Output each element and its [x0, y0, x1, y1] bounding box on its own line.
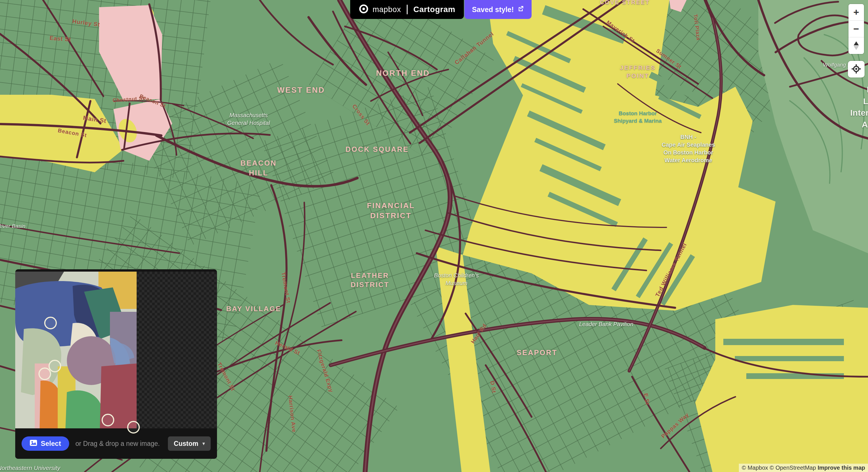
app-title: Cartogram	[413, 5, 455, 14]
mapbox-attribution-link[interactable]: © Mapbox	[742, 465, 768, 471]
external-link-icon	[517, 5, 524, 14]
geolocate-icon	[851, 64, 861, 75]
color-sample-handle[interactable]	[127, 421, 140, 434]
source-image[interactable]	[15, 272, 136, 429]
saved-style-label: Saved style!	[472, 5, 514, 14]
header: mapbox Cartogram Saved style!	[350, 0, 532, 19]
color-sample-handle[interactable]	[38, 367, 51, 380]
select-label: Select	[41, 440, 61, 448]
select-image-button[interactable]: Select	[22, 436, 69, 451]
compass-icon	[854, 41, 859, 50]
preset-dropdown[interactable]: Custom ▾	[168, 436, 211, 451]
brand-box: mapbox Cartogram	[350, 0, 464, 19]
color-sample-handle[interactable]	[102, 414, 114, 426]
mapbox-logo-icon	[359, 4, 369, 15]
map-nav-controls: + −	[848, 4, 864, 54]
brand-name: mapbox	[373, 5, 401, 14]
image-icon	[30, 440, 37, 448]
color-sample-handle[interactable]	[49, 360, 61, 373]
drop-hint-text: or Drag & drop a new image.	[75, 440, 168, 448]
saved-style-button[interactable]: Saved style!	[464, 0, 532, 19]
attribution: © Mapbox © OpenStreetMap Improve this ma…	[739, 464, 868, 472]
header-divider	[407, 5, 408, 14]
compass-button[interactable]	[848, 37, 864, 54]
color-sample-handle[interactable]	[44, 317, 57, 329]
zoom-out-button[interactable]: −	[848, 21, 864, 37]
chevron-down-icon: ▾	[203, 440, 205, 447]
geolocate-button[interactable]	[848, 61, 865, 78]
preset-selected-value: Custom	[174, 440, 198, 448]
transparent-checkerboard	[136, 272, 217, 429]
osm-attribution-link[interactable]: © OpenStreetMap	[770, 465, 816, 471]
source-image-panel: Select or Drag & drop a new image. Custo…	[15, 269, 217, 459]
improve-map-link[interactable]: Improve this map	[817, 465, 865, 471]
image-panel-toolbar: Select or Drag & drop a new image. Custo…	[15, 429, 217, 459]
zoom-in-button[interactable]: +	[848, 4, 864, 21]
